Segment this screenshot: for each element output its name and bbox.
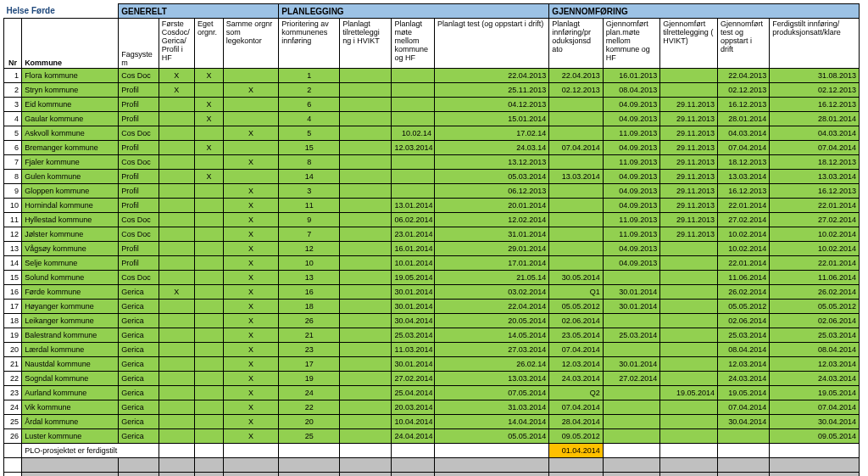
cell: 13.03.2014 (770, 170, 860, 184)
cell (159, 372, 194, 386)
cell: Vågsøy kommune (22, 242, 119, 256)
cell: 21.05.14 (435, 271, 549, 285)
cell (603, 415, 660, 429)
cell: 25.11.2013 (435, 83, 549, 98)
cell (159, 184, 194, 199)
footer-row: PLO-prosjektet er ferdigstilt01.04.2014 (4, 444, 860, 458)
cell (340, 357, 392, 372)
cell: 11.09.2013 (603, 155, 660, 170)
cell: Solund kommune (22, 271, 119, 285)
cell: Profil (119, 184, 159, 199)
cell (340, 199, 392, 213)
cell: 7 (279, 227, 340, 242)
cell: 19.05.2014 (770, 386, 860, 400)
cell: Cos Doc (119, 126, 159, 141)
cell: 08.04.2013 (603, 83, 660, 98)
cell (603, 343, 660, 357)
cell: 02.12.2013 (549, 83, 603, 98)
cell (194, 155, 223, 170)
col-mote: Planlagt møte mellom kommune og HF (392, 19, 435, 69)
cell: 15.01.2014 (435, 112, 549, 126)
cell: X (194, 141, 223, 155)
cell: Gerica (119, 357, 159, 372)
cell: Sogndal kommune (22, 372, 119, 386)
cell: 2 (4, 83, 22, 98)
cell (660, 83, 718, 98)
column-header-row: Nr Kommune Fagsystem Første Cosdoc/ Geri… (4, 19, 860, 69)
cell (194, 213, 223, 227)
col-eget: Eget orgnr. (194, 19, 223, 69)
cell: 20 (279, 415, 340, 429)
cell (660, 256, 718, 271)
cell: Cos Doc (119, 155, 159, 170)
table-row: 26Luster kommuneGericaX2524.04.201405.05… (4, 429, 860, 444)
cell: Gerica (119, 343, 159, 357)
cell: 31.01.2014 (435, 227, 549, 242)
cell: X (223, 199, 279, 213)
cell: 02.06.2014 (770, 314, 860, 328)
cell: 9 (4, 184, 22, 199)
cell: 25.03.2014 (392, 328, 435, 343)
cell: 29.11.2013 (660, 227, 718, 242)
cell: 04.09.2013 (603, 199, 660, 213)
cell: Profil (119, 170, 159, 184)
cell: 10.01.2014 (392, 256, 435, 271)
cell: Gulen kommune (22, 170, 119, 184)
cell: 04.09.2013 (603, 170, 660, 184)
cell: X (223, 357, 279, 372)
spacer-row (4, 473, 860, 477)
cell (660, 285, 718, 300)
table-row: 14Selje kommuneProfilX1010.01.201417.01.… (4, 256, 860, 271)
cell: 13.03.2014 (549, 170, 603, 184)
cell (660, 271, 718, 285)
cell: 28.04.2014 (549, 415, 603, 429)
cell: Q2 (549, 386, 603, 400)
cell: 17 (279, 357, 340, 372)
cell (340, 227, 392, 242)
cell: 16.12.2013 (717, 184, 769, 199)
cell: 30.01.2014 (603, 300, 660, 314)
cell (223, 98, 279, 112)
page-title: Helse Førde (4, 4, 119, 19)
cell: 16.01.2013 (603, 69, 660, 83)
table-row: 13Vågsøy kommuneProfilX1216.01.201429.01… (4, 242, 860, 256)
cell: 24 (279, 386, 340, 400)
cell: 16.12.2013 (770, 98, 860, 112)
cell: Gerica (119, 429, 159, 444)
footer-text: PLO-prosjektet er ferdigstilt (22, 444, 159, 458)
cell: X (159, 83, 194, 98)
cell: 05.05.2012 (717, 300, 769, 314)
cell: 04.03.2014 (717, 126, 769, 141)
table-row: 3Eid kommuneProfilX604.12.201304.09.2013… (4, 98, 860, 112)
cell (340, 184, 392, 199)
cell: X (223, 227, 279, 242)
table-row: 10Hornindal kommuneProfilX1113.01.201420… (4, 199, 860, 213)
cell: 27.02.2014 (770, 213, 860, 227)
cell: X (223, 242, 279, 256)
cell: X (194, 112, 223, 126)
section-generelt: GENERELT (119, 4, 279, 19)
cell: X (223, 213, 279, 227)
cell (159, 386, 194, 400)
cell: Eid kommune (22, 98, 119, 112)
section-gjennomforing: GJENNOMFØRING (549, 4, 860, 19)
cell: Gerica (119, 386, 159, 400)
cell (159, 126, 194, 141)
cell: 09.05.2014 (770, 429, 860, 444)
cell: 27.02.2014 (717, 213, 769, 227)
cell: 6 (4, 141, 22, 155)
cell: 22.01.2014 (717, 199, 769, 213)
cell: 25.03.2014 (603, 328, 660, 343)
cell (549, 213, 603, 227)
cell: 30.01.2014 (392, 285, 435, 300)
cell: 26 (4, 429, 22, 444)
cell (660, 429, 718, 444)
table-row: 24Vik kommuneGericaX2220.03.201431.03.20… (4, 400, 860, 415)
cell: 22 (279, 400, 340, 415)
cell: 29.11.2013 (660, 155, 718, 170)
cell (159, 227, 194, 242)
cell: 25.04.2014 (392, 386, 435, 400)
cell (340, 112, 392, 126)
cell: 24.03.14 (435, 141, 549, 155)
cell (549, 256, 603, 271)
